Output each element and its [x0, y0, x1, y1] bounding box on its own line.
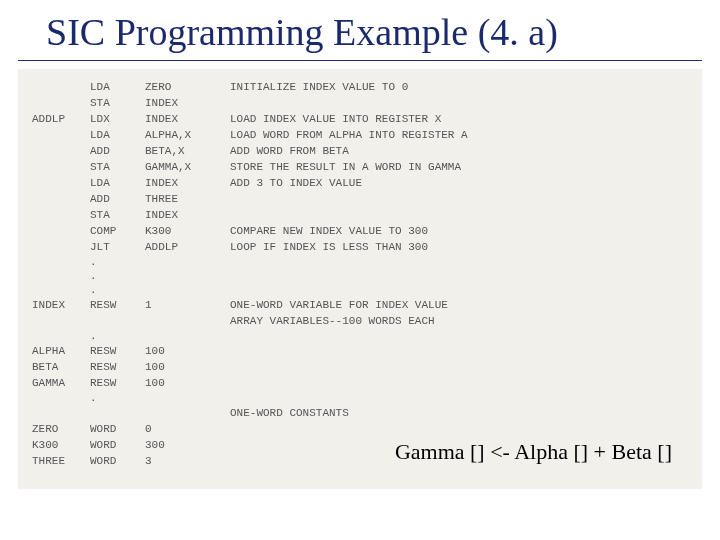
- label-col: [32, 239, 90, 255]
- opcode-col: STA: [90, 159, 145, 175]
- operand-col: 300: [145, 437, 230, 453]
- operand-col: THREE: [145, 191, 230, 207]
- comment-col: LOAD INDEX VALUE INTO REGISTER X: [230, 111, 688, 127]
- operand-col: 0: [145, 421, 230, 437]
- opcode-col: ADD: [90, 143, 145, 159]
- opcode-col: WORD: [90, 437, 145, 453]
- opcode-col: STA: [90, 207, 145, 223]
- opcode-col: WORD: [90, 453, 145, 469]
- code-row: LDAINDEXADD 3 TO INDEX VALUE: [32, 175, 688, 191]
- operand-col: [145, 405, 230, 421]
- comment-col: COMPARE NEW INDEX VALUE TO 300: [230, 223, 688, 239]
- operand-col: GAMMA,X: [145, 159, 230, 175]
- code-row: JLTADDLPLOOP IF INDEX IS LESS THAN 300: [32, 239, 688, 255]
- code-row: STAINDEX: [32, 95, 688, 111]
- ellipsis-dot: .: [32, 391, 688, 405]
- comment-col: INITIALIZE INDEX VALUE TO 0: [230, 79, 688, 95]
- comment-col: [230, 191, 688, 207]
- opcode-col: LDA: [90, 175, 145, 191]
- comment-col: ONE-WORD CONSTANTS: [230, 405, 688, 421]
- operand-col: INDEX: [145, 95, 230, 111]
- operand-col: INDEX: [145, 111, 230, 127]
- code-row: ZEROWORD0: [32, 421, 688, 437]
- label-col: [32, 127, 90, 143]
- comment-col: [230, 207, 688, 223]
- label-col: [32, 175, 90, 191]
- comment-col: ONE-WORD VARIABLE FOR INDEX VALUE: [230, 297, 688, 313]
- operand-col: 1: [145, 297, 230, 313]
- opcode-col: LDA: [90, 79, 145, 95]
- code-row: ARRAY VARIABLES--100 WORDS EACH: [32, 313, 688, 329]
- ellipsis-dot: .: [32, 283, 688, 297]
- label-col: K300: [32, 437, 90, 453]
- comment-col: ARRAY VARIABLES--100 WORDS EACH: [230, 313, 688, 329]
- label-col: [32, 143, 90, 159]
- code-row: COMPK300COMPARE NEW INDEX VALUE TO 300: [32, 223, 688, 239]
- comment-col: ADD WORD FROM BETA: [230, 143, 688, 159]
- code-row: STAGAMMA,XSTORE THE RESULT IN A WORD IN …: [32, 159, 688, 175]
- code-row: LDAZEROINITIALIZE INDEX VALUE TO 0: [32, 79, 688, 95]
- operand-col: INDEX: [145, 175, 230, 191]
- comment-col: STORE THE RESULT IN A WORD IN GAMMA: [230, 159, 688, 175]
- comment-col: LOAD WORD FROM ALPHA INTO REGISTER A: [230, 127, 688, 143]
- code-row: ADDTHREE: [32, 191, 688, 207]
- label-col: ALPHA: [32, 343, 90, 359]
- opcode-col: LDX: [90, 111, 145, 127]
- ellipsis-dot: .: [32, 255, 688, 269]
- label-col: [32, 207, 90, 223]
- operand-col: K300: [145, 223, 230, 239]
- ellipsis-dot: .: [32, 269, 688, 283]
- label-col: THREE: [32, 453, 90, 469]
- code-row: ADDBETA,XADD WORD FROM BETA: [32, 143, 688, 159]
- label-col: ADDLP: [32, 111, 90, 127]
- operand-col: INDEX: [145, 207, 230, 223]
- code-row: LDAALPHA,XLOAD WORD FROM ALPHA INTO REGI…: [32, 127, 688, 143]
- code-row: BETARESW100: [32, 359, 688, 375]
- summary-expression: Gamma [] <- Alpha [] + Beta []: [395, 439, 672, 465]
- code-row: STAINDEX: [32, 207, 688, 223]
- code-row: ALPHARESW100: [32, 343, 688, 359]
- ellipsis-dot: .: [32, 329, 688, 343]
- opcode-col: COMP: [90, 223, 145, 239]
- code-row: ADDLPLDXINDEXLOAD INDEX VALUE INTO REGIS…: [32, 111, 688, 127]
- operand-col: 100: [145, 359, 230, 375]
- opcode-col: [90, 405, 145, 421]
- opcode-col: LDA: [90, 127, 145, 143]
- comment-col: ADD 3 TO INDEX VALUE: [230, 175, 688, 191]
- label-col: [32, 95, 90, 111]
- label-col: [32, 223, 90, 239]
- code-listing: LDAZEROINITIALIZE INDEX VALUE TO 0STAIND…: [18, 69, 702, 489]
- comment-col: [230, 359, 688, 375]
- operand-col: ZERO: [145, 79, 230, 95]
- operand-col: [145, 313, 230, 329]
- operand-col: ALPHA,X: [145, 127, 230, 143]
- opcode-col: ADD: [90, 191, 145, 207]
- code-row: GAMMARESW100: [32, 375, 688, 391]
- opcode-col: RESW: [90, 343, 145, 359]
- opcode-col: STA: [90, 95, 145, 111]
- label-col: [32, 159, 90, 175]
- label-col: [32, 405, 90, 421]
- comment-col: [230, 343, 688, 359]
- opcode-col: [90, 313, 145, 329]
- label-col: [32, 79, 90, 95]
- label-col: BETA: [32, 359, 90, 375]
- operand-col: BETA,X: [145, 143, 230, 159]
- comment-col: LOOP IF INDEX IS LESS THAN 300: [230, 239, 688, 255]
- code-row: INDEXRESW1ONE-WORD VARIABLE FOR INDEX VA…: [32, 297, 688, 313]
- opcode-col: JLT: [90, 239, 145, 255]
- comment-col: [230, 421, 688, 437]
- label-col: INDEX: [32, 297, 90, 313]
- label-col: [32, 313, 90, 329]
- comment-col: [230, 95, 688, 111]
- opcode-col: WORD: [90, 421, 145, 437]
- code-row: ONE-WORD CONSTANTS: [32, 405, 688, 421]
- slide-title: SIC Programming Example (4. a): [18, 0, 702, 61]
- comment-col: [230, 375, 688, 391]
- operand-col: 100: [145, 375, 230, 391]
- operand-col: 100: [145, 343, 230, 359]
- label-col: GAMMA: [32, 375, 90, 391]
- operand-col: ADDLP: [145, 239, 230, 255]
- operand-col: 3: [145, 453, 230, 469]
- opcode-col: RESW: [90, 375, 145, 391]
